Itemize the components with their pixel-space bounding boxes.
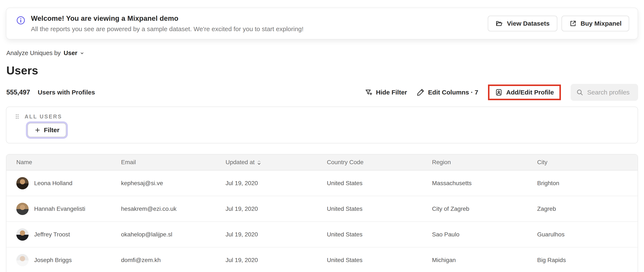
chevron-down-icon[interactable] xyxy=(80,51,84,56)
add-filter-button[interactable]: Filter xyxy=(28,123,66,137)
cell-region: Massachusetts xyxy=(422,171,527,196)
drag-handle-icon[interactable] xyxy=(14,113,20,120)
cell-region: City of Zagreb xyxy=(422,196,527,221)
cell-city: Zagreb xyxy=(527,196,638,221)
hide-filter-button[interactable]: Hide Filter xyxy=(365,89,407,96)
cell-city: Guarulhos xyxy=(527,222,638,247)
funnel-plus-icon xyxy=(365,89,372,96)
cell-country-code: United States xyxy=(317,171,422,196)
cell-updated-at: Jul 19, 2020 xyxy=(216,248,317,272)
column-header-name[interactable]: Name xyxy=(6,154,111,170)
edit-columns-button[interactable]: Edit Columns · 7 xyxy=(417,89,478,96)
pencil-icon xyxy=(417,89,424,96)
cell-country-code: United States xyxy=(317,248,422,272)
avatar xyxy=(16,177,28,189)
cell-name: Hannah Evangelisti xyxy=(6,196,111,221)
info-icon xyxy=(16,16,26,25)
analyze-uniques-label: Analyze Uniques by xyxy=(6,49,61,56)
cell-updated-at: Jul 19, 2020 xyxy=(216,196,317,221)
analyze-uniques-row: Analyze Uniques by User xyxy=(6,49,644,56)
edit-columns-label: Edit Columns · 7 xyxy=(428,89,478,96)
page-title: Users xyxy=(6,64,644,76)
add-filter-label: Filter xyxy=(44,126,59,134)
avatar xyxy=(16,228,28,241)
cell-email: kephesaj@si.ve xyxy=(111,171,216,196)
column-header-country-code[interactable]: Country Code xyxy=(317,154,422,170)
add-edit-profile-label: Add/Edit Profile xyxy=(506,89,554,96)
filter-panel: ALL USERS Filter xyxy=(6,107,638,143)
cell-city: Brighton xyxy=(527,171,638,196)
avatar xyxy=(16,254,28,266)
table-body: Leona Holland kephesaj@si.ve Jul 19, 202… xyxy=(6,171,638,272)
folder-icon xyxy=(496,20,503,27)
cell-city: Big Rapids xyxy=(527,248,638,272)
table-header-row: Name Email Updated at Country Code Regio… xyxy=(6,154,638,171)
column-header-updated-at[interactable]: Updated at xyxy=(216,154,317,170)
count-toolbar-row: 555,497 Users with Profiles Hide Filter … xyxy=(6,83,638,101)
plus-icon xyxy=(34,127,41,133)
buy-mixpanel-button[interactable]: Buy Mixpanel xyxy=(562,16,629,31)
table-row[interactable]: Jeffrey Troost okahelop@lalijpe.sl Jul 1… xyxy=(6,222,638,248)
cell-email: hesakrem@ezi.co.uk xyxy=(111,196,216,221)
search-icon xyxy=(576,89,583,96)
cell-email: domfi@zem.kh xyxy=(111,248,216,272)
hide-filter-label: Hide Filter xyxy=(376,89,407,96)
cell-updated-at: Jul 19, 2020 xyxy=(216,222,317,247)
users-table: Name Email Updated at Country Code Regio… xyxy=(6,154,638,272)
banner-subtitle: All the reports you see are powered by a… xyxy=(31,25,304,33)
filter-group-label: ALL USERS xyxy=(24,114,62,120)
table-row[interactable]: Joseph Briggs domfi@zem.kh Jul 19, 2020 … xyxy=(6,248,638,272)
cell-country-code: United States xyxy=(317,222,422,247)
analyze-uniques-selector[interactable]: User xyxy=(64,49,77,56)
add-edit-profile-button[interactable]: Add/Edit Profile xyxy=(495,89,554,96)
profile-card-icon xyxy=(495,89,502,96)
search-profiles-input[interactable] xyxy=(587,89,632,96)
banner-title: Welcome! You are viewing a Mixpanel demo xyxy=(31,14,304,22)
buy-mixpanel-label: Buy Mixpanel xyxy=(580,20,622,27)
cell-name: Jeffrey Troost xyxy=(6,222,111,247)
view-datasets-button[interactable]: View Datasets xyxy=(488,16,557,31)
column-header-city[interactable]: City xyxy=(527,154,638,170)
sort-icon[interactable] xyxy=(257,160,261,165)
cell-name: Joseph Briggs xyxy=(6,248,111,272)
column-header-email[interactable]: Email xyxy=(111,154,216,170)
cell-updated-at: Jul 19, 2020 xyxy=(216,171,317,196)
column-header-region[interactable]: Region xyxy=(422,154,527,170)
table-row[interactable]: Leona Holland kephesaj@si.ve Jul 19, 202… xyxy=(6,171,638,196)
avatar xyxy=(16,203,28,215)
view-datasets-label: View Datasets xyxy=(507,20,550,27)
cell-name: Leona Holland xyxy=(6,171,111,196)
search-profiles-box[interactable] xyxy=(571,84,638,101)
profile-count-value: 555,497 xyxy=(6,89,30,96)
table-row[interactable]: Hannah Evangelisti hesakrem@ezi.co.uk Ju… xyxy=(6,196,638,222)
cell-region: Michigan xyxy=(422,248,527,272)
annotation-highlight-box: Add/Edit Profile xyxy=(488,84,561,100)
cell-region: Sao Paulo xyxy=(422,222,527,247)
external-link-icon xyxy=(569,20,577,27)
cell-country-code: United States xyxy=(317,196,422,221)
demo-banner: Welcome! You are viewing a Mixpanel demo… xyxy=(6,8,638,39)
cell-email: okahelop@lalijpe.sl xyxy=(111,222,216,247)
profile-count-label: Users with Profiles xyxy=(38,89,95,96)
